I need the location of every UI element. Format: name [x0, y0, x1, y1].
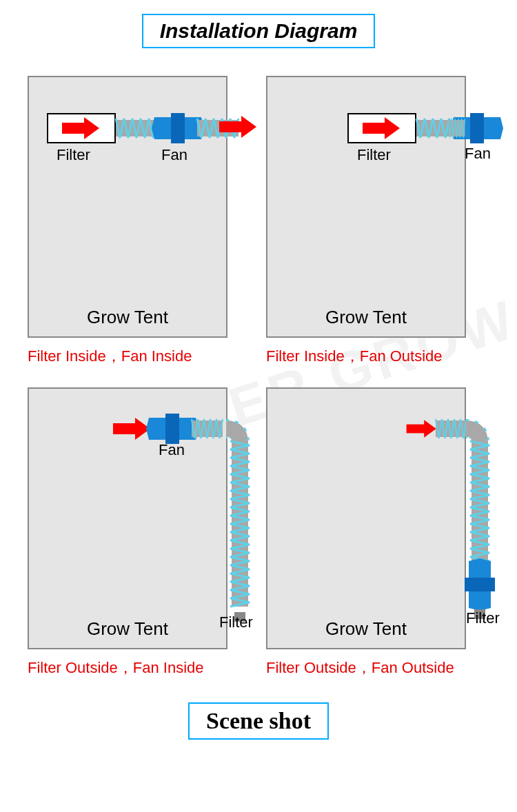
filter-label: Filter — [219, 613, 253, 631]
ventilation-assembly — [416, 108, 517, 149]
tent-box: Fan Grow Tent — [28, 387, 227, 649]
tent-box: Grow Tent — [266, 387, 466, 649]
tent-label: Grow Tent — [29, 307, 226, 328]
config-4: Grow Tent Filter Filter Outside，Fan Outs… — [266, 387, 489, 678]
arrow-icon — [113, 420, 152, 438]
arrow-icon — [62, 119, 101, 137]
fan-label: Fan — [465, 145, 491, 163]
tent-box: Filter Grow Tent — [266, 76, 466, 338]
diagram-title-box: Installation Diagram — [142, 14, 376, 48]
filter-label: Filter — [57, 146, 90, 164]
filter-label: Filter — [357, 146, 391, 164]
config-2: Filter Grow Tent Fan Filter Inside，Fan O… — [266, 76, 489, 367]
diagram-grid: Filter Fan Grow Tent Filter Inside，Fan I… — [0, 55, 517, 685]
arrow-icon — [219, 118, 258, 136]
filter-box — [47, 113, 116, 143]
diagram-title: Installation Diagram — [160, 19, 358, 42]
config-3: Fan Grow Tent Filter Filter Outside，Fan … — [28, 387, 251, 678]
arrow-icon — [363, 119, 401, 137]
arrow-icon — [407, 422, 438, 436]
tent-label: Grow Tent — [267, 618, 465, 640]
ventilation-assembly — [436, 408, 517, 684]
tent-label: Grow Tent — [29, 618, 226, 640]
scene-title: Scene shot — [206, 708, 311, 733]
config-caption: Filter Inside，Fan Outside — [266, 346, 489, 367]
scene-title-box: Scene shot — [188, 702, 329, 740]
tent-label: Grow Tent — [267, 307, 465, 328]
tent-box: Filter Fan Grow Tent — [28, 76, 227, 338]
fan-label: Fan — [159, 441, 185, 459]
fan-label: Fan — [161, 146, 187, 164]
filter-label: Filter — [466, 609, 500, 627]
filter-box — [347, 113, 416, 143]
config-1: Filter Fan Grow Tent Filter Inside，Fan I… — [28, 76, 251, 367]
config-caption: Filter Inside，Fan Inside — [28, 346, 251, 367]
